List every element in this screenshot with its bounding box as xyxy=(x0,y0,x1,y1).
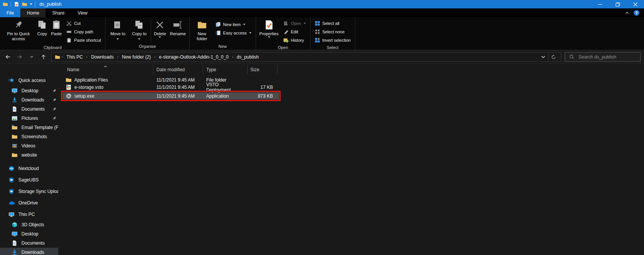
copy-to-icon xyxy=(134,20,144,30)
pin-icon xyxy=(52,98,57,103)
setup-icon xyxy=(66,93,72,99)
restore-button[interactable] xyxy=(609,0,626,8)
breadcrumb-item-this-pc[interactable]: This PC xyxy=(63,54,86,60)
file-name: Application Files xyxy=(74,77,108,83)
copy-button[interactable]: Copy xyxy=(35,18,49,37)
select-none-button[interactable]: Select none xyxy=(314,28,352,35)
open-button[interactable]: Open xyxy=(282,20,307,27)
breadcrumb-item-e-storage-outlook-addin-1-0-0-0[interactable]: e-storage-Outlook-Addin-1_0_0_0 xyxy=(156,54,232,60)
back-icon xyxy=(5,54,11,60)
sidebar-item-desktop[interactable]: Desktop xyxy=(0,86,58,95)
forward-button[interactable] xyxy=(15,53,24,61)
document-icon xyxy=(12,240,18,246)
sidebar-item-quick-access[interactable]: Quick access xyxy=(0,75,58,86)
copy-path-button[interactable]: Copy path xyxy=(65,28,102,35)
properties-icon[interactable] xyxy=(14,2,19,7)
sidebar-item-label: Screenshots xyxy=(21,134,47,139)
help-icon[interactable]: ? xyxy=(634,10,639,16)
tab-file[interactable]: File xyxy=(0,8,20,17)
sidebar-item-storage-sync-upload[interactable]: Storage Sync Upload xyxy=(0,186,58,197)
group-label-organise: Organise xyxy=(105,44,189,50)
easy-access-button[interactable]: Easy access xyxy=(214,29,253,36)
column-headers: Name Date modified Type Size xyxy=(58,65,644,74)
search-icon xyxy=(569,54,574,59)
breadcrumb-item-ds-publish[interactable]: ds_publish xyxy=(234,54,262,60)
search-box[interactable] xyxy=(565,52,641,62)
history-icon xyxy=(283,38,289,43)
tab-share[interactable]: Share xyxy=(46,8,71,17)
file-row-e-storage-vsto[interactable]: e-storage.vsto11/1/2021 9:45 AMVSTO Depl… xyxy=(62,83,279,91)
sidebar-item-3d-objects[interactable]: 3D Objects xyxy=(0,220,58,229)
chevron-down-icon xyxy=(30,55,33,59)
folder-icon[interactable] xyxy=(3,2,8,7)
select-all-button[interactable]: Select all xyxy=(314,20,352,27)
search-input[interactable] xyxy=(578,54,639,60)
new-item-button[interactable]: New item xyxy=(214,21,253,28)
column-header-date-modified[interactable]: Date modified xyxy=(153,65,203,74)
up-button[interactable] xyxy=(39,53,48,61)
delete-button[interactable]: Delete xyxy=(152,18,168,39)
sidebar-item-videos[interactable]: Videos xyxy=(0,141,58,150)
sidebar-item-email-template-flo[interactable]: Email Template (Flo xyxy=(0,123,58,132)
paste-shortcut-button[interactable]: Paste shortcut xyxy=(65,36,102,44)
column-header-size[interactable]: Size xyxy=(248,65,278,74)
address-input[interactable]: ›This PC›Downloads›New folder (2)›e-stor… xyxy=(51,52,561,62)
folder-icon xyxy=(55,54,60,60)
navigation-pane: Quick accessDesktopDownloadsDocumentsPic… xyxy=(0,64,58,255)
pin-to-quick-access-button[interactable]: Pin to Quick access xyxy=(2,18,35,42)
folder-icon[interactable] xyxy=(22,2,27,7)
sidebar-item-sageubs[interactable]: SageUBS xyxy=(0,174,58,186)
sidebar-item-downloads[interactable]: Downloads xyxy=(0,95,58,105)
pin-icon xyxy=(52,88,57,93)
group-label-clipboard: Clipboard xyxy=(0,45,105,50)
paste-button[interactable]: Paste xyxy=(49,18,64,37)
ribbon-tabs: File Home Share View ? xyxy=(0,8,644,17)
refresh-button[interactable] xyxy=(549,52,559,61)
sidebar-item-documents[interactable]: Documents xyxy=(0,239,58,248)
file-row-setup-exe[interactable]: setup.exe11/1/2021 9:45 AMApplication873… xyxy=(62,92,279,100)
dropdown-caret-icon xyxy=(117,38,119,40)
paste-shortcut-icon xyxy=(66,38,72,43)
minimize-button[interactable] xyxy=(591,0,609,8)
properties-button[interactable]: Properties xyxy=(258,18,281,39)
address-dropdown-button[interactable] xyxy=(538,52,548,61)
sidebar-item-pictures[interactable]: Pictures xyxy=(0,114,58,123)
copy-icon xyxy=(37,20,47,30)
breadcrumb-item-new-folder-2[interactable]: New folder (2) xyxy=(119,54,154,60)
cube-icon xyxy=(12,222,18,228)
column-header-type[interactable]: Type xyxy=(203,65,248,74)
cut-button[interactable]: Cut xyxy=(65,20,102,27)
sidebar-item-this-pc[interactable]: This PC xyxy=(0,209,58,220)
sidebar-item-downloads[interactable]: Downloads xyxy=(0,248,58,255)
new-item-icon xyxy=(215,22,221,27)
file-type: Application xyxy=(203,93,248,99)
edit-button[interactable]: Edit xyxy=(282,28,307,35)
back-button[interactable] xyxy=(3,53,12,61)
date-modified: 11/1/2021 9:45 AM xyxy=(153,77,203,83)
sidebar-item-label: Videos xyxy=(21,143,35,149)
breadcrumb-item-downloads[interactable]: Downloads xyxy=(88,54,117,60)
sidebar-item-documents[interactable]: Documents xyxy=(0,105,58,114)
move-to-button[interactable]: Move to xyxy=(107,18,128,42)
breadcrumb: ›This PC›Downloads›New folder (2)›e-stor… xyxy=(61,54,262,60)
sidebar-item-label: Documents xyxy=(21,106,45,112)
history-button[interactable]: History xyxy=(282,36,307,44)
collapse-ribbon-icon[interactable] xyxy=(625,11,629,15)
copy-to-button[interactable]: Copy to xyxy=(128,18,150,42)
sidebar-item-nextcloud[interactable]: Nextcloud xyxy=(0,163,58,174)
recent-locations-button[interactable] xyxy=(27,53,36,61)
sidebar-item-website[interactable]: website xyxy=(0,150,58,160)
document-icon xyxy=(12,106,18,112)
tab-home[interactable]: Home xyxy=(20,8,46,17)
new-folder-button[interactable]: New folder xyxy=(191,18,213,42)
file-name: e-storage.vsto xyxy=(74,85,104,90)
rename-button[interactable]: Rename xyxy=(168,18,188,37)
toolbar-dropdown-icon[interactable] xyxy=(30,3,32,5)
close-button[interactable] xyxy=(626,0,644,8)
sidebar-item-onedrive[interactable]: OneDrive xyxy=(0,197,58,209)
sidebar-item-screenshots[interactable]: Screenshots xyxy=(0,132,58,141)
invert-selection-button[interactable]: Invert selection xyxy=(314,36,352,44)
tab-view[interactable]: View xyxy=(71,8,94,17)
sidebar-item-desktop[interactable]: Desktop xyxy=(0,229,58,239)
download-icon xyxy=(12,249,18,255)
